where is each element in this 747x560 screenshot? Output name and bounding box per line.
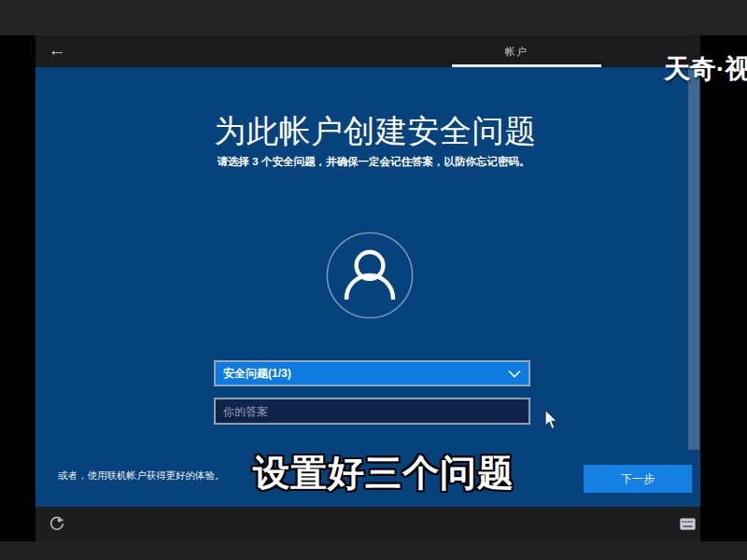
answer-input[interactable] xyxy=(214,398,530,425)
tab-account: 帐户 xyxy=(505,45,528,59)
oobe-screen: ← 帐户 为此帐户创建安全问题 请选择 3 个安全问题，并确保一定会记住答案，以… xyxy=(0,0,747,560)
bottom-letterbox-strip xyxy=(0,541,747,560)
page-subtitle: 请选择 3 个安全问题，并确保一定会记住答案，以防你忘记密码。 xyxy=(41,155,706,169)
mouse-cursor-arrow xyxy=(544,409,561,435)
chevron-down-icon xyxy=(508,370,521,378)
dropdown-selected-value: 安全问题(1/3) xyxy=(223,366,508,382)
top-letterbox-strip xyxy=(0,0,747,35)
touch-keyboard-icon[interactable] xyxy=(680,517,696,529)
window-bottom-bar xyxy=(35,507,700,541)
window-titlebar: ← 帐户 xyxy=(35,35,700,67)
back-arrow-icon: ← xyxy=(49,40,66,60)
setup-panel: 为此帐户创建安全问题 请选择 3 个安全问题，并确保一定会记住答案，以防你忘记密… xyxy=(35,67,700,507)
user-avatar-icon xyxy=(325,231,415,320)
next-button[interactable]: 下一步 xyxy=(584,465,692,493)
ease-of-access-icon[interactable] xyxy=(49,515,65,532)
security-question-dropdown[interactable]: 安全问题(1/3) xyxy=(214,360,530,386)
page-title: 为此帐户创建安全问题 xyxy=(43,110,708,153)
back-button[interactable]: ← xyxy=(45,38,69,63)
channel-watermark: 天奇·视 xyxy=(664,51,747,87)
